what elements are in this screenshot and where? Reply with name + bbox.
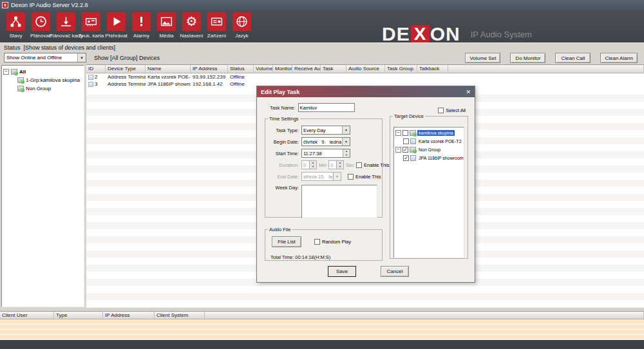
toolbar-label: Plánovač bbox=[30, 33, 52, 39]
tree-item-label: Non Group bbox=[26, 86, 51, 91]
column-header[interactable]: Status bbox=[228, 65, 254, 73]
column-header[interactable]: IP Address bbox=[191, 65, 228, 73]
toolbar-button-status[interactable]: Stavy bbox=[3, 10, 28, 42]
checkbox-icon[interactable] bbox=[403, 155, 409, 161]
column-header[interactable]: IP Address bbox=[103, 312, 155, 319]
group-icon bbox=[17, 86, 24, 91]
tree-collapse-icon[interactable]: − bbox=[395, 130, 401, 136]
time-settings-group: Time Settings Task Type: Every Day ▼ Beg… bbox=[265, 116, 383, 218]
column-header[interactable]: Task Group bbox=[385, 65, 417, 73]
checkbox-icon[interactable] bbox=[402, 147, 408, 153]
column-header[interactable]: Talkback bbox=[417, 65, 448, 73]
window-titlebar: x Dexon IP Audio Server V2.2.8 bbox=[0, 0, 644, 10]
tree-item-device[interactable]: JPA 1186IP showroom bbox=[394, 154, 464, 162]
task-type-select[interactable]: Every Day ▼ bbox=[301, 126, 350, 135]
task-type-label: Task Type: bbox=[268, 127, 299, 133]
clean-alarm-button[interactable]: Clean Alarm bbox=[600, 53, 638, 63]
column-header[interactable]: Monitor bbox=[273, 65, 292, 73]
audio-file-group: Auido File File List Random Play Total T… bbox=[265, 227, 383, 261]
tree-item-label: Non Group bbox=[417, 147, 442, 153]
spinner-arrows-icon[interactable]: ▲▼ bbox=[343, 149, 350, 157]
save-button[interactable]: Save bbox=[328, 266, 356, 277]
toolbar-button-sound-card[interactable]: Zvuk. karta bbox=[79, 10, 104, 42]
task-type-value: Every Day bbox=[302, 127, 342, 133]
duration-min-spinner[interactable]: 0 ▲▼ bbox=[301, 160, 317, 169]
toolbar-button-language[interactable]: Jazyk bbox=[229, 10, 254, 42]
cell-status: Offline bbox=[228, 74, 254, 80]
device-table-header: ID Device Type Name IP Address Status Vo… bbox=[86, 65, 644, 73]
spinner-arrows-icon: ▲▼ bbox=[336, 161, 343, 169]
tree-item-device[interactable]: Karta vzorek POE-T2 bbox=[394, 137, 464, 146]
checkbox-icon[interactable] bbox=[438, 108, 444, 113]
chevron-down-icon: ▼ bbox=[342, 126, 350, 134]
cell-ip: 93.99.152.239 bbox=[191, 74, 228, 80]
table-row[interactable]: 2 Address Terminal Karta vzorek POE-T2 9… bbox=[86, 73, 644, 80]
total-time-text: Total Time: 00:14:18(H:M:S) bbox=[270, 254, 330, 260]
online-filter-select[interactable]: Show Online and Offline ▼ bbox=[4, 53, 86, 62]
tree-item-label: All bbox=[19, 69, 26, 75]
file-list-button[interactable]: File List bbox=[272, 236, 301, 247]
duration-sec-spinner[interactable]: 0 ▲▼ bbox=[328, 160, 344, 169]
column-header[interactable]: Type bbox=[54, 312, 103, 319]
cancel-button[interactable]: Cancel bbox=[381, 266, 409, 277]
enable-this-label: Enable This bbox=[355, 174, 381, 180]
close-icon[interactable]: ✕ bbox=[466, 89, 471, 95]
select-all-label: Select All bbox=[446, 108, 466, 113]
do-monitor-button[interactable]: Do Monitor bbox=[510, 53, 545, 63]
column-header[interactable]: Audio Source bbox=[346, 65, 385, 73]
duration-enable-checkbox[interactable] bbox=[356, 162, 362, 168]
cell-name: JPA 1186IP showroom bbox=[146, 81, 191, 87]
volume-set-button[interactable]: Volume Set bbox=[465, 53, 500, 63]
group-icon bbox=[410, 130, 416, 136]
start-time-value: 11:27:38 bbox=[302, 151, 343, 156]
tree-item-group-1[interactable]: 1-Grp:kamilova skupina bbox=[2, 76, 84, 84]
column-header[interactable]: Client System bbox=[155, 312, 205, 319]
checkbox-icon[interactable] bbox=[402, 130, 408, 136]
tree-item-non-group[interactable]: Non Group bbox=[2, 84, 84, 93]
group-tree-panel: − All 1-Grp:kamilova skupina Non Group bbox=[1, 65, 84, 307]
cell-device-type: Address Terminal bbox=[106, 74, 146, 80]
dexon-logo: DEXON IP Audio System bbox=[382, 24, 532, 44]
checkbox-icon[interactable] bbox=[403, 138, 409, 144]
client-table-header: Client User Type IP Address Client Syste… bbox=[0, 311, 644, 319]
terminal-icon bbox=[410, 138, 416, 144]
begin-date-select[interactable]: čtvrtek 9. ledna 20 ▼ bbox=[301, 137, 350, 146]
clean-call-button[interactable]: Clean Call bbox=[555, 53, 591, 63]
tree-item-group[interactable]: − kamilova skupina bbox=[394, 129, 464, 137]
tree-item-group[interactable]: − Non Group bbox=[394, 146, 464, 154]
end-date-select[interactable]: středa 15. ledna 20 ▼ bbox=[301, 172, 341, 181]
toolbar-label: Alarmy bbox=[133, 33, 149, 39]
tree-collapse-icon[interactable]: − bbox=[395, 147, 401, 153]
random-play-checkbox[interactable] bbox=[314, 239, 320, 245]
toolbar-button-card-scheduler[interactable]: Plánovač karty bbox=[53, 10, 79, 42]
devices-group-label: Show [All Group] Devices bbox=[94, 55, 160, 61]
toolbar-label: Jazyk bbox=[235, 33, 248, 39]
toolbar-button-play[interactable]: Přehrávat bbox=[104, 10, 129, 42]
tree-item-label: 1-Grp:kamilova skupina bbox=[26, 77, 80, 83]
tree-item-all[interactable]: − All bbox=[2, 68, 84, 76]
column-header[interactable]: Task bbox=[321, 65, 346, 73]
select-all-checkbox[interactable]: Select All bbox=[438, 108, 466, 113]
spinner-arrows-icon: ▲▼ bbox=[309, 161, 316, 169]
start-time-spinner[interactable]: 11:27:38 ▲▼ bbox=[301, 149, 350, 158]
column-header[interactable]: Volume bbox=[254, 65, 273, 73]
column-header[interactable]: Receive Audio bbox=[292, 65, 321, 73]
random-play-label: Random Play bbox=[322, 239, 351, 245]
toolbar-label: Stavy bbox=[9, 33, 22, 39]
tree-item-label: Karta vzorek POE-T2 bbox=[417, 138, 463, 144]
column-header[interactable]: Client User bbox=[0, 312, 54, 319]
end-date-enable-checkbox[interactable] bbox=[348, 174, 354, 180]
tree-collapse-icon[interactable]: − bbox=[3, 69, 9, 75]
toolbar-button-alarms[interactable]: Alarmy bbox=[129, 10, 154, 42]
week-day-listbox[interactable] bbox=[301, 185, 377, 218]
cell-id: 2 bbox=[95, 74, 97, 80]
toolbar-button-settings[interactable]: ⚙ Nastavení bbox=[179, 10, 204, 42]
column-header[interactable]: Name bbox=[146, 65, 191, 73]
cell-status: Offline bbox=[228, 81, 254, 87]
toolbar-button-media[interactable]: Média bbox=[154, 10, 179, 42]
column-header[interactable]: Device Type bbox=[106, 65, 146, 73]
column-header[interactable]: ID bbox=[86, 65, 106, 73]
toolbar-button-devices[interactable]: Zařízení bbox=[204, 10, 229, 42]
task-name-input[interactable]: Kamiluv bbox=[298, 103, 355, 112]
cell-ip: 192.168.1.42 bbox=[191, 81, 228, 87]
